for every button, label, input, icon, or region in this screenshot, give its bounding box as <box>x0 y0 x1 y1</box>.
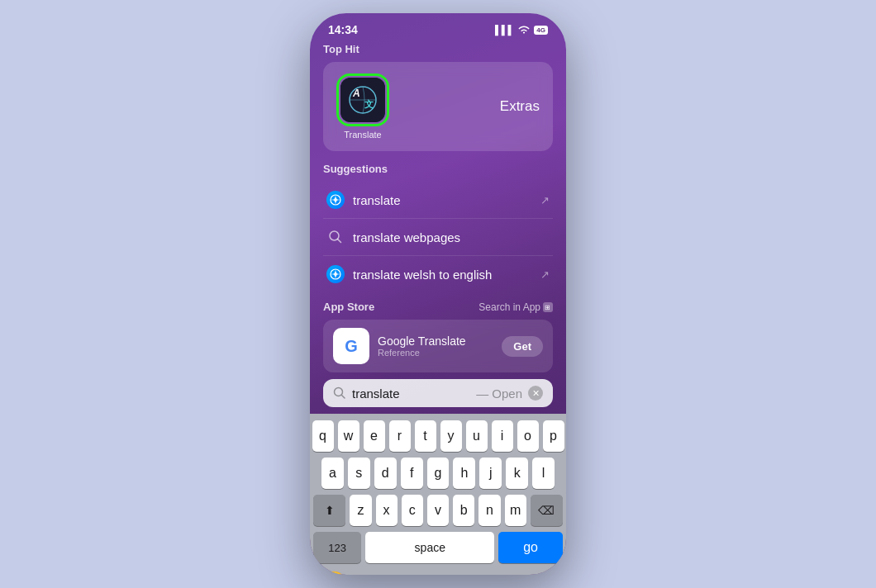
go-key[interactable]: go <box>498 532 563 563</box>
key-o[interactable]: o <box>517 420 539 452</box>
key-v[interactable]: v <box>427 495 449 526</box>
status-time: 14:34 <box>328 23 358 36</box>
app-subtitle: Reference <box>378 348 493 358</box>
search-hint: — Open <box>476 386 522 401</box>
key-n[interactable]: n <box>478 495 500 526</box>
key-p[interactable]: p <box>543 420 564 452</box>
key-c[interactable]: c <box>402 495 423 526</box>
key-d[interactable]: d <box>374 458 397 489</box>
shift-key[interactable]: ⬆ <box>313 495 345 526</box>
suggestions-section: Suggestions translate ↗ <box>323 163 553 292</box>
get-button[interactable]: Get <box>502 336 543 357</box>
key-j[interactable]: j <box>479 458 502 489</box>
arrow-icon-1: ↗ <box>540 194 550 206</box>
space-key[interactable]: space <box>365 532 494 563</box>
status-bar: 14:34 ▌▌▌ 4G <box>310 13 566 43</box>
key-b[interactable]: b <box>453 495 474 526</box>
search-in-app-icon: ⊞ <box>543 302 553 312</box>
safari-icon-3 <box>326 265 345 283</box>
key-l[interactable]: l <box>532 458 555 489</box>
app-name-label: Translate <box>344 130 381 140</box>
status-icons: ▌▌▌ 4G <box>495 25 548 35</box>
key-a[interactable]: a <box>321 458 344 489</box>
key-g[interactable]: g <box>427 458 450 489</box>
keyboard-row-1: q w e r t y u i o p <box>313 420 563 452</box>
extras-label: Extras <box>500 98 540 115</box>
keyboard-row-4: 123 space go <box>313 532 563 563</box>
key-e[interactable]: e <box>364 420 385 452</box>
key-i[interactable]: i <box>492 420 513 452</box>
battery-icon: 4G <box>534 26 548 35</box>
suggestion-item-3[interactable]: translate welsh to english ↗ <box>323 256 553 292</box>
google-translate-card[interactable]: G Google Translate Reference Get <box>323 320 553 372</box>
search-query: translate <box>352 386 470 401</box>
key-t[interactable]: t <box>415 420 436 452</box>
keyboard-bottom: 😊 🎤 <box>313 569 563 575</box>
safari-icon-1 <box>326 191 345 209</box>
svg-text:⊞: ⊞ <box>545 304 550 311</box>
keyboard: q w e r t y u i o p a s d f g h j k l ⬆ … <box>310 414 566 575</box>
wifi-icon <box>518 26 530 35</box>
top-hit-label: Top Hit <box>323 43 553 55</box>
key-w[interactable]: w <box>338 420 359 452</box>
suggestion-text-3: translate welsh to english <box>353 268 532 282</box>
key-r[interactable]: r <box>389 420 411 452</box>
mic-key[interactable]: 🎤 <box>535 572 553 575</box>
key-s[interactable]: s <box>348 458 370 489</box>
suggestions-label: Suggestions <box>323 163 553 175</box>
svg-text:文: 文 <box>364 99 374 109</box>
search-in-app[interactable]: Search in App ⊞ <box>478 301 553 313</box>
key-h[interactable]: h <box>453 458 475 489</box>
svg-line-20 <box>342 396 345 399</box>
svg-text:A: A <box>352 88 360 99</box>
app-info: Google Translate Reference <box>378 334 493 358</box>
app-title: Google Translate <box>378 334 493 348</box>
svg-marker-9 <box>332 198 339 202</box>
signal-icon: ▌▌▌ <box>495 25 514 35</box>
search-bar-icon <box>333 386 346 400</box>
backspace-key[interactable]: ⌫ <box>531 495 563 526</box>
key-q[interactable]: q <box>312 420 334 452</box>
app-icon-wrapper: A 文 <box>336 74 389 126</box>
top-hit-card[interactable]: A 文 Translate Extras <box>323 62 553 151</box>
suggestion-item[interactable]: translate ↗ <box>323 182 553 219</box>
numbers-key[interactable]: 123 <box>313 532 361 563</box>
key-z[interactable]: z <box>350 495 371 526</box>
key-u[interactable]: u <box>466 420 488 452</box>
google-icon: G <box>333 328 369 364</box>
translate-icon-svg: A 文 <box>340 78 385 122</box>
app-store-label: App Store <box>323 301 374 313</box>
clear-button[interactable]: ✕ <box>528 386 543 401</box>
key-y[interactable]: y <box>440 420 462 452</box>
search-bar[interactable]: translate — Open ✕ <box>323 379 553 407</box>
app-store-section: App Store Search in App ⊞ G Google Trans… <box>323 301 553 372</box>
translate-app-icon: A 文 <box>340 78 385 122</box>
keyboard-row-2: a s d f g h j k l <box>313 458 563 489</box>
key-m[interactable]: m <box>505 495 526 526</box>
suggestion-text-2: translate webpages <box>353 230 550 244</box>
phone-frame: 14:34 ▌▌▌ 4G Top Hit A <box>310 13 566 575</box>
key-x[interactable]: x <box>376 495 398 526</box>
arrow-icon-3: ↗ <box>540 268 550 281</box>
key-k[interactable]: k <box>506 458 528 489</box>
app-store-header: App Store Search in App ⊞ <box>323 301 553 313</box>
svg-line-11 <box>338 239 341 243</box>
emoji-key[interactable]: 😊 <box>323 571 345 575</box>
search-icon-1 <box>326 228 345 246</box>
key-f[interactable]: f <box>401 458 423 489</box>
svg-marker-16 <box>332 273 339 276</box>
suggestion-item-2[interactable]: translate webpages <box>323 219 553 256</box>
spotlight-content: Top Hit A 文 Translate <box>310 43 566 407</box>
keyboard-row-3: ⬆ z x c v b n m ⌫ <box>313 495 563 526</box>
suggestion-text-1: translate <box>353 193 532 207</box>
